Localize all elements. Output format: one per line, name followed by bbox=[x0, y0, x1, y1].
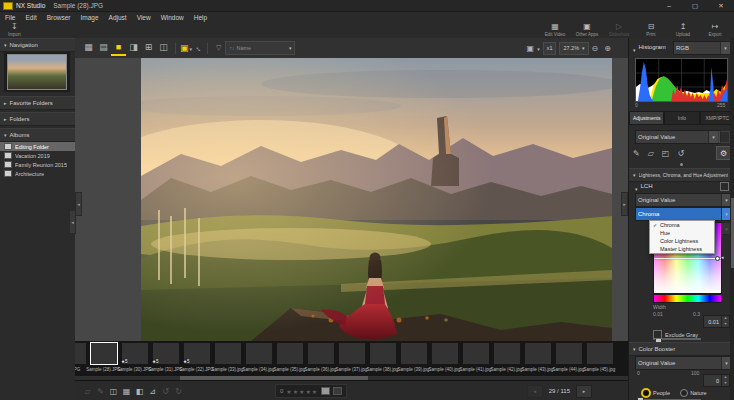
filmstrip-item[interactable]: Sample (28).JPG bbox=[88, 343, 119, 372]
minimize-button[interactable]: – bbox=[656, 0, 682, 11]
save-adjustments-button[interactable] bbox=[719, 131, 730, 143]
navigation-header[interactable]: Navigation bbox=[0, 38, 75, 52]
status-tool-icon[interactable]: ↻ bbox=[172, 387, 185, 396]
previous-image-button[interactable]: ◂ bbox=[527, 385, 543, 398]
menu-item[interactable]: Window bbox=[161, 14, 184, 21]
filmstrip-item[interactable]: Sample (33).jpg bbox=[212, 343, 243, 372]
dark-label-button[interactable] bbox=[333, 387, 342, 395]
status-tool-icon[interactable]: ▦ bbox=[120, 387, 133, 396]
filmstrip-item[interactable]: Sample (40).jpg bbox=[429, 343, 460, 372]
filmstrip-item[interactable]: Sample (41).jpg bbox=[460, 343, 491, 372]
view-mode-icon[interactable]: ◫ bbox=[156, 41, 171, 54]
status-tool-icon[interactable]: ↺ bbox=[159, 387, 172, 396]
menu-option[interactable]: Color Lightness bbox=[650, 237, 714, 245]
panel-scrollbar[interactable] bbox=[730, 38, 734, 400]
lch-channel-dropdown[interactable]: Chroma bbox=[635, 207, 734, 221]
filmstrip-item[interactable]: Sample (42).jpg bbox=[491, 343, 522, 372]
folders-header[interactable]: Folders bbox=[0, 112, 83, 126]
status-tool-icon[interactable]: ▱ bbox=[81, 387, 94, 396]
booster-value-box[interactable]: 0 ▴▾ bbox=[703, 374, 730, 387]
spectrum-level-marker[interactable]: ◂ bbox=[721, 254, 724, 260]
menu-item[interactable]: Edit bbox=[25, 14, 36, 21]
toolbar-button[interactable]: ↥ Upload bbox=[670, 23, 696, 37]
filmstrip-item[interactable]: Sample (34).jpg bbox=[243, 343, 274, 372]
color-booster-preset-dropdown[interactable]: Original Value bbox=[635, 356, 734, 370]
gear-icon[interactable]: ⚙ bbox=[716, 146, 731, 160]
adjustments-preset-dropdown[interactable]: Original Value bbox=[635, 130, 721, 144]
lch-group-row[interactable]: LCH bbox=[635, 181, 729, 191]
status-tool-icon[interactable]: ⊿ bbox=[146, 387, 159, 396]
menu-item[interactable]: File bbox=[5, 14, 15, 21]
status-tool-icon[interactable]: ◫ bbox=[107, 387, 120, 396]
album-item[interactable]: Vacation 2019 bbox=[0, 151, 75, 160]
spectrum-curve-line[interactable] bbox=[654, 258, 721, 259]
view-mode-icon[interactable]: ◨ bbox=[126, 41, 141, 54]
spectrum-control-point[interactable] bbox=[715, 256, 720, 261]
width-value-box[interactable]: 0.01 ▴▾ bbox=[703, 315, 730, 328]
chevron-down-icon[interactable] bbox=[537, 43, 540, 53]
inspector-tab[interactable]: Adjustments bbox=[629, 111, 664, 125]
filter-icon[interactable]: ▽ bbox=[216, 44, 221, 52]
filmstrip-item[interactable]: Sample (45).jpg bbox=[584, 343, 615, 372]
filmstrip-item[interactable]: Sample (36).jpg bbox=[305, 343, 336, 372]
menu-item[interactable]: View bbox=[137, 14, 151, 21]
view-mode-icon[interactable]: ▦ bbox=[81, 41, 96, 54]
menu-option[interactable]: ✓ Chroma bbox=[650, 221, 714, 229]
viewer-left-grip[interactable]: ◂ bbox=[75, 192, 82, 216]
inspector-tab[interactable]: XMP/IPTC bbox=[700, 111, 734, 125]
close-button[interactable]: ✕ bbox=[708, 0, 734, 11]
lch-preset-dropdown[interactable]: Original Value bbox=[635, 193, 734, 207]
rating-stars[interactable]: ★★★★★ bbox=[286, 388, 318, 395]
viewer-right-grip[interactable]: ▸ bbox=[621, 192, 628, 216]
lch-enabled-checkbox[interactable] bbox=[720, 182, 729, 191]
status-tool-icon[interactable]: ✎ bbox=[94, 387, 107, 396]
filmstrip-item[interactable]: Sample (37).jpg bbox=[336, 343, 367, 372]
view-mode-icon[interactable]: ■ bbox=[111, 41, 126, 56]
filmstrip-item[interactable]: ★5 Sample (31).JPG bbox=[150, 343, 181, 372]
lch-section-header[interactable]: Lightness, Chroma, and Hue Adjustment bbox=[629, 168, 734, 182]
toolbar-button[interactable]: ▷ Slideshow bbox=[606, 23, 632, 37]
color-booster-header[interactable]: Color Booster bbox=[629, 342, 734, 356]
zoom-level-dropdown[interactable]: 27.2% bbox=[559, 42, 588, 55]
filmstrip-item[interactable]: ★5 Sample (32).JPG bbox=[181, 343, 212, 372]
menu-option[interactable]: Master Lightness bbox=[650, 245, 714, 253]
menu-option[interactable]: Hue bbox=[650, 229, 714, 237]
album-item[interactable]: Architecture bbox=[0, 169, 75, 178]
adjustment-tool-icon[interactable]: ▱ bbox=[648, 149, 654, 158]
filmstrip-item[interactable]: Sample (43).jpg bbox=[522, 343, 553, 372]
next-image-button[interactable]: ▸ bbox=[576, 385, 592, 398]
status-tool-icon[interactable]: ◧ bbox=[133, 387, 146, 396]
toolbar-button[interactable]: ⊟ Print bbox=[638, 23, 664, 37]
gray-label-button[interactable] bbox=[321, 387, 330, 395]
navigation-preview-image[interactable] bbox=[7, 54, 67, 90]
adjustment-tool-icon[interactable]: ↺ bbox=[677, 149, 684, 158]
toolbar-button[interactable]: ↦ Export bbox=[702, 23, 728, 37]
menu-item[interactable]: Image bbox=[81, 14, 99, 21]
filmstrip-item[interactable]: Sample (38).jpg bbox=[367, 343, 398, 372]
booster-radio-option[interactable]: Nature bbox=[680, 389, 707, 397]
zoom-1to1-button[interactable]: x1 bbox=[543, 42, 557, 55]
sort-dropdown[interactable]: ↑↓ Name bbox=[225, 41, 295, 55]
zoom-out-button[interactable]: ⊖ bbox=[592, 44, 599, 53]
filmstrip-item[interactable]: ★5 Sample (30).JPG bbox=[119, 343, 150, 372]
exclude-gray-checkbox[interactable] bbox=[653, 330, 662, 339]
main-photo[interactable] bbox=[141, 58, 612, 341]
histogram-channel-dropdown[interactable]: RGB bbox=[673, 41, 733, 55]
chevron-down-icon[interactable] bbox=[190, 43, 193, 53]
maximize-button[interactable]: ▢ bbox=[682, 0, 708, 11]
menu-item[interactable]: Browser bbox=[47, 14, 71, 21]
album-item[interactable]: Family Reunion 2015 bbox=[0, 160, 75, 169]
view-mode-icon[interactable]: ⊞ bbox=[141, 41, 156, 54]
fit-view-button[interactable]: ▣ bbox=[527, 44, 535, 53]
import-button[interactable]: ↧ Import bbox=[8, 23, 21, 37]
inspector-tab[interactable]: Info bbox=[664, 111, 699, 125]
booster-radio-option[interactable]: People bbox=[641, 388, 670, 398]
adjustment-tool-icon[interactable]: ✎ bbox=[633, 149, 640, 158]
zoom-in-button[interactable]: ⊕ bbox=[604, 44, 611, 53]
adjustment-tool-icon[interactable]: ◰ bbox=[662, 149, 670, 158]
filmstrip-item[interactable]: Sample (44).jpg bbox=[553, 343, 584, 372]
filmstrip-item[interactable]: Sample (39).jpg bbox=[398, 343, 429, 372]
menu-item[interactable]: Help bbox=[194, 14, 207, 21]
toolbar-button[interactable]: ▦ Edit Video bbox=[542, 23, 568, 37]
toolbar-button[interactable]: ▣ Other Apps bbox=[574, 23, 600, 37]
